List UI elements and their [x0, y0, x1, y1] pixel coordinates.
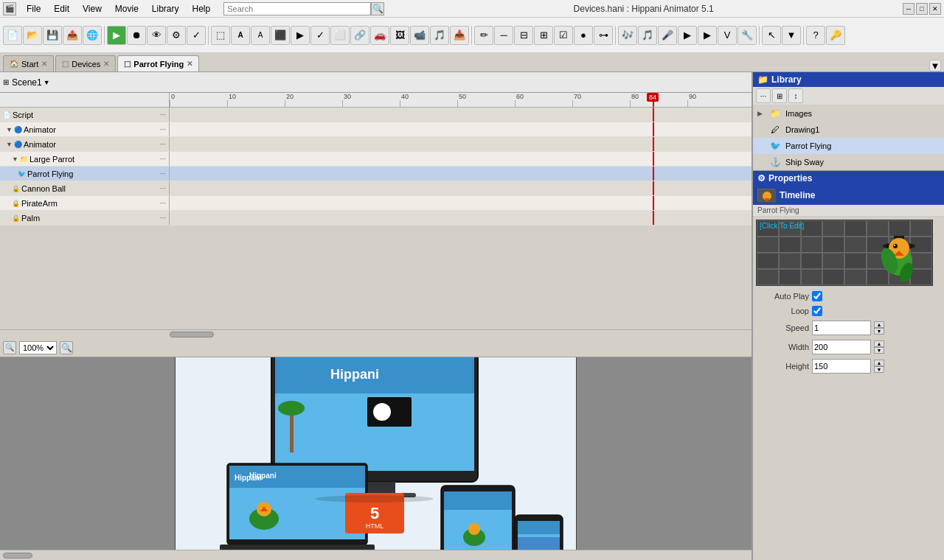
scene-dropdown-icon[interactable]: ▼ [44, 79, 50, 86]
auto-play-checkbox[interactable] [812, 291, 822, 301]
cursor-tool[interactable]: ↖ [762, 26, 781, 45]
check2-button[interactable]: ✓ [310, 26, 330, 45]
animator2-options[interactable]: ··· [160, 140, 166, 148]
lib-btn-3[interactable]: ↕ [788, 88, 803, 103]
tab-start-close[interactable]: ✕ [41, 60, 47, 68]
settings-button[interactable]: ⚙ [167, 26, 186, 45]
dash-tool[interactable]: ─ [494, 26, 513, 45]
tabs-scroll-button[interactable]: ▼ [929, 60, 941, 71]
menu-file[interactable]: File [21, 2, 46, 15]
menu-movie[interactable]: Movie [109, 2, 145, 15]
check-button[interactable]: ✓ [187, 26, 206, 45]
text-tool[interactable]: A [231, 26, 250, 45]
menu-edit[interactable]: Edit [48, 2, 75, 15]
timeline-track-animator1[interactable] [170, 122, 752, 136]
script-options[interactable]: ··· [160, 111, 166, 119]
table-tool[interactable]: ⊞ [534, 26, 553, 45]
timeline-track-pirate-arm[interactable] [170, 196, 752, 210]
checkbox-tool[interactable]: ☑ [554, 26, 573, 45]
lib-item-ship-sway[interactable]: ⚓ Ship Sway [753, 154, 944, 170]
zoom-out-icon[interactable]: 🔍 [3, 341, 16, 354]
tab-devices-close[interactable]: ✕ [103, 60, 109, 68]
close-button[interactable]: ✕ [929, 3, 941, 15]
height-input[interactable] [812, 359, 871, 374]
note-tool[interactable]: 🎵 [638, 26, 657, 45]
lib-btn-1[interactable]: ··· [756, 88, 771, 103]
lib-btn-2[interactable]: ⊞ [772, 88, 787, 103]
minimize-button[interactable]: ─ [903, 3, 914, 15]
width-input[interactable] [812, 340, 871, 354]
animator1-expand[interactable]: ▼ [6, 126, 13, 133]
menu-help[interactable]: Help [187, 2, 217, 15]
audio-tool[interactable]: 🎵 [430, 26, 449, 45]
play2-button[interactable]: ▶ [291, 26, 310, 45]
youtube-tool[interactable]: ▶ [698, 26, 717, 45]
menu-library[interactable]: Library [146, 2, 185, 15]
media-play-tool[interactable]: ▶ [678, 26, 697, 45]
link-tool[interactable]: 🔗 [350, 26, 369, 45]
large-parrot-options[interactable]: ··· [160, 155, 166, 163]
car-tool[interactable]: 🚗 [370, 26, 389, 45]
lib-item-parrot-flying[interactable]: 🐦 Parrot Flying [753, 138, 944, 154]
arrow-tool[interactable]: ▼ [782, 26, 801, 45]
animator2-expand[interactable]: ▼ [6, 141, 13, 148]
zoom-in-icon[interactable]: 🔍 [60, 341, 73, 354]
lib-item-images[interactable]: ▶ 📁 Images [753, 105, 944, 122]
open-button[interactable]: 📂 [23, 26, 42, 45]
lib-item-drawing1[interactable]: 🖊 Drawing1 [753, 122, 944, 138]
frame-tool[interactable]: ⬛ [271, 26, 290, 45]
connect-tool[interactable]: ⊶ [594, 26, 613, 45]
timeline-track-script[interactable] [170, 108, 752, 122]
license-button[interactable]: 🔑 [826, 26, 845, 45]
width-down-button[interactable]: ▼ [874, 347, 884, 354]
record2-tool[interactable]: ● [574, 26, 593, 45]
loop-checkbox[interactable] [812, 306, 822, 316]
mic-tool[interactable]: 🎤 [658, 26, 677, 45]
click-to-edit-label[interactable]: [Click To Edit] [760, 222, 804, 230]
search-button[interactable]: 🔍 [371, 2, 384, 15]
text-tool-2[interactable]: A [251, 26, 270, 45]
animator1-options[interactable]: ··· [160, 125, 166, 133]
zoom-select[interactable]: 100% 50% 150% 200% [19, 341, 57, 354]
search-input[interactable] [223, 2, 371, 15]
timeline-preview[interactable]: [Click To Edit] [756, 220, 933, 286]
tab-parrot-flying-close[interactable]: ✕ [187, 60, 192, 68]
new-button[interactable]: 📄 [3, 26, 22, 45]
export-button[interactable]: 📤 [63, 26, 82, 45]
height-down-button[interactable]: ▼ [874, 366, 884, 373]
timeline-track-parrot-flying[interactable] [170, 167, 752, 181]
cannon-ball-options[interactable]: ··· [160, 184, 166, 192]
vimeo-tool[interactable]: V [718, 26, 737, 45]
canvas-view[interactable]: Hippani [0, 357, 752, 550]
menu-view[interactable]: View [77, 2, 108, 15]
timeline-track-palm[interactable] [170, 211, 752, 225]
speed-input[interactable] [812, 321, 871, 335]
rect-tool[interactable]: ⬜ [330, 26, 350, 45]
tab-devices[interactable]: ⬚ Devices ✕ [55, 55, 116, 71]
help-button[interactable]: ? [806, 26, 825, 45]
video-tool[interactable]: 📹 [410, 26, 429, 45]
publish-button[interactable]: 🌐 [83, 26, 102, 45]
pirate-arm-options[interactable]: ··· [160, 199, 166, 207]
palm-options[interactable]: ··· [160, 214, 166, 222]
save-button[interactable]: 💾 [43, 26, 62, 45]
large-parrot-expand[interactable]: ▼ [12, 155, 18, 163]
maximize-button[interactable]: □ [916, 3, 928, 15]
play-button[interactable]: ▶ [107, 26, 126, 45]
parrot-flying-options[interactable]: ··· [160, 169, 166, 178]
plugin-tool[interactable]: 🔧 [738, 26, 757, 45]
import-button[interactable]: 📥 [450, 26, 469, 45]
width-up-button[interactable]: ▲ [874, 340, 884, 347]
height-up-button[interactable]: ▲ [874, 360, 884, 366]
record-button[interactable]: ⏺ [127, 26, 146, 45]
image-tool[interactable]: 🖼 [390, 26, 409, 45]
dash2-tool[interactable]: ⊟ [514, 26, 533, 45]
tab-start[interactable]: 🏠 Start ✕ [3, 55, 54, 71]
tab-parrot-flying[interactable]: ⬚ Parrot Flying ✕ [117, 55, 199, 71]
timeline-track-large-parrot[interactable] [170, 152, 752, 166]
canvas-scroll-thumb[interactable] [3, 553, 32, 559]
music-tool[interactable]: 🎶 [618, 26, 637, 45]
preview-button[interactable]: 👁 [147, 26, 166, 45]
edit-tool[interactable]: ✏ [474, 26, 493, 45]
speed-up-button[interactable]: ▲ [874, 321, 884, 328]
